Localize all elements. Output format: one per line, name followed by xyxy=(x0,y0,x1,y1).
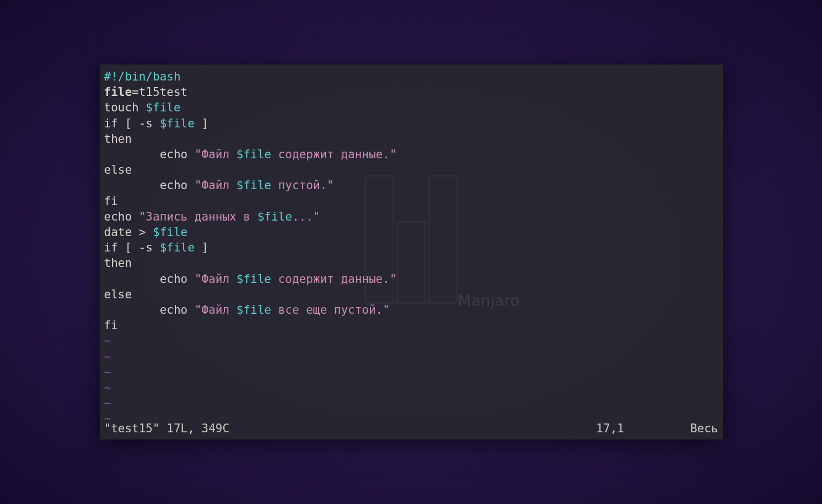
vim-status-bar: "test15" 17L, 349C 17,1 Весь xyxy=(104,422,718,435)
vim-tilde: ~ xyxy=(104,334,111,347)
code-string: все еще пустой." xyxy=(271,303,390,317)
code-string: "Файл xyxy=(195,148,237,161)
vim-tilde: ~ xyxy=(104,396,111,410)
code-string: ..." xyxy=(292,210,320,223)
code-text: fi xyxy=(104,319,118,332)
code-string: содержит данные." xyxy=(271,148,397,161)
code-var: $file xyxy=(160,241,195,254)
vim-tilde: ~ xyxy=(104,366,111,379)
code-string: "Файл xyxy=(195,272,237,286)
vim-tilde: ~ xyxy=(104,350,111,363)
code-var: $file xyxy=(237,303,271,317)
editor-content[interactable]: #!/bin/bash file=t15test touch $file if … xyxy=(104,69,718,427)
code-var: $file xyxy=(146,101,180,114)
code-text: else xyxy=(104,163,132,176)
code-var: $file xyxy=(237,272,271,286)
code-text: echo xyxy=(104,210,139,223)
code-text: echo xyxy=(104,303,195,317)
code-text: touch xyxy=(104,101,146,114)
code-string: "Запись данных в xyxy=(139,210,257,223)
code-text: echo xyxy=(104,179,195,192)
code-text: ] xyxy=(195,241,208,254)
status-cursor-position: 17,1 xyxy=(596,422,624,435)
code-var: $file xyxy=(153,226,187,239)
status-file-info: "test15" 17L, 349C xyxy=(104,422,230,435)
code-var: $file xyxy=(237,148,271,161)
code-string: "Файл xyxy=(195,303,237,317)
code-var: $file xyxy=(160,117,195,130)
code-string: пустой." xyxy=(271,179,334,192)
code-string: "Файл xyxy=(195,179,237,192)
vim-tilde: ~ xyxy=(104,381,111,394)
code-shebang: #!/bin/bash xyxy=(104,70,181,83)
code-text: if [ -s xyxy=(104,117,160,130)
code-text: echo xyxy=(104,148,195,161)
code-text: echo xyxy=(104,272,195,286)
code-text: =t15test xyxy=(132,85,187,99)
code-text: ] xyxy=(195,117,208,130)
code-keyword-file: file xyxy=(104,85,132,99)
code-text: then xyxy=(104,132,132,146)
code-text: else xyxy=(104,288,132,301)
code-text: fi xyxy=(104,195,118,208)
status-scroll-indicator: Весь xyxy=(690,422,718,435)
code-string: содержит данные." xyxy=(271,272,397,286)
terminal-window[interactable]: Manjaro #!/bin/bash file=t15test touch $… xyxy=(100,65,723,439)
code-var: $file xyxy=(237,179,271,192)
code-text: if [ -s xyxy=(104,241,160,254)
code-text: then xyxy=(104,256,132,270)
code-text: date > xyxy=(104,226,153,239)
code-var: $file xyxy=(257,210,292,223)
